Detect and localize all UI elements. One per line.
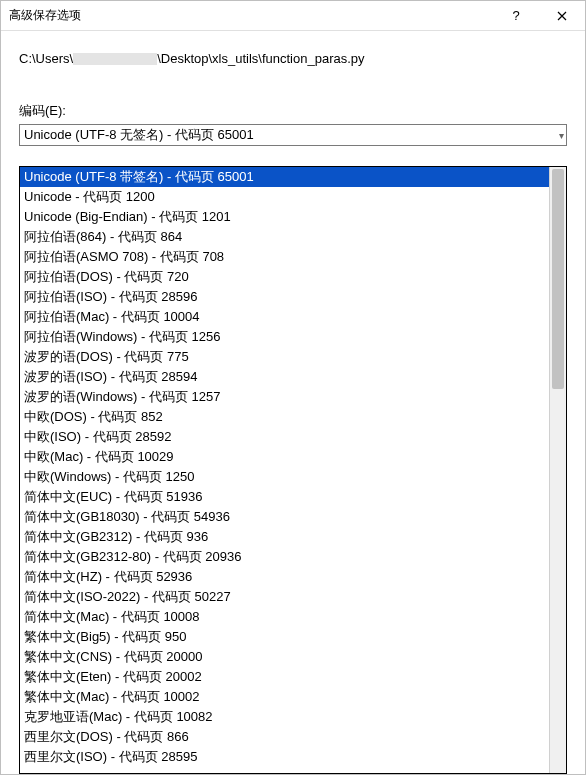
advanced-save-options-dialog: 高级保存选项 ? C:\Users\\Desktop\xls_utils\fun… (0, 0, 586, 775)
scrollbar[interactable] (549, 167, 566, 773)
encoding-selected-value: Unicode (UTF-8 无签名) - 代码页 65001 (24, 126, 254, 144)
encoding-option[interactable]: 简体中文(GB2312-80) - 代码页 20936 (20, 547, 549, 567)
encoding-option[interactable]: 西里尔文(ISO) - 代码页 28595 (20, 747, 549, 767)
encoding-option[interactable]: 简体中文(EUC) - 代码页 51936 (20, 487, 549, 507)
encoding-option[interactable]: 繁体中文(Big5) - 代码页 950 (20, 627, 549, 647)
encoding-list[interactable]: Unicode (UTF-8 带签名) - 代码页 65001Unicode -… (20, 167, 549, 773)
encoding-option[interactable]: 中欧(Mac) - 代码页 10029 (20, 447, 549, 467)
encoding-option[interactable]: 阿拉伯语(Mac) - 代码页 10004 (20, 307, 549, 327)
encoding-option[interactable]: 中欧(DOS) - 代码页 852 (20, 407, 549, 427)
scrollbar-thumb[interactable] (552, 169, 564, 389)
window-title: 高级保存选项 (9, 7, 493, 24)
encoding-option[interactable]: 中欧(ISO) - 代码页 28592 (20, 427, 549, 447)
encoding-option[interactable]: 中欧(Windows) - 代码页 1250 (20, 467, 549, 487)
encoding-option[interactable]: 简体中文(HZ) - 代码页 52936 (20, 567, 549, 587)
encoding-option[interactable]: 简体中文(Mac) - 代码页 10008 (20, 607, 549, 627)
encoding-option[interactable]: 克罗地亚语(Mac) - 代码页 10082 (20, 707, 549, 727)
encoding-option[interactable]: 繁体中文(CNS) - 代码页 20000 (20, 647, 549, 667)
chevron-down-icon: ▾ (559, 130, 564, 141)
encoding-dropdown: Unicode (UTF-8 带签名) - 代码页 65001Unicode -… (19, 166, 567, 774)
file-path: C:\Users\\Desktop\xls_utils\function_par… (19, 51, 567, 66)
encoding-option[interactable]: 简体中文(GB18030) - 代码页 54936 (20, 507, 549, 527)
path-redacted (73, 53, 157, 65)
help-button[interactable]: ? (493, 1, 539, 31)
encoding-option[interactable]: Unicode (UTF-8 带签名) - 代码页 65001 (20, 167, 549, 187)
encoding-option[interactable]: 繁体中文(Eten) - 代码页 20002 (20, 667, 549, 687)
encoding-option[interactable]: 简体中文(GB2312) - 代码页 936 (20, 527, 549, 547)
encoding-label: 编码(E): (19, 102, 567, 120)
close-icon (557, 11, 567, 21)
dialog-body: C:\Users\\Desktop\xls_utils\function_par… (1, 31, 585, 146)
encoding-option[interactable]: 繁体中文(Mac) - 代码页 10002 (20, 687, 549, 707)
encoding-option[interactable]: 阿拉伯语(Windows) - 代码页 1256 (20, 327, 549, 347)
encoding-combobox[interactable]: Unicode (UTF-8 无签名) - 代码页 65001 ▾ (19, 124, 567, 146)
encoding-option[interactable]: Unicode (Big-Endian) - 代码页 1201 (20, 207, 549, 227)
path-prefix: C:\Users\ (19, 51, 73, 66)
encoding-option[interactable]: Unicode - 代码页 1200 (20, 187, 549, 207)
encoding-option[interactable]: 简体中文(ISO-2022) - 代码页 50227 (20, 587, 549, 607)
encoding-option[interactable]: 阿拉伯语(DOS) - 代码页 720 (20, 267, 549, 287)
encoding-option[interactable]: 西里尔文(DOS) - 代码页 866 (20, 727, 549, 747)
titlebar: 高级保存选项 ? (1, 1, 585, 31)
encoding-option[interactable]: 波罗的语(DOS) - 代码页 775 (20, 347, 549, 367)
encoding-option[interactable]: 阿拉伯语(ASMO 708) - 代码页 708 (20, 247, 549, 267)
encoding-option[interactable]: 阿拉伯语(ISO) - 代码页 28596 (20, 287, 549, 307)
encoding-option[interactable]: 波罗的语(Windows) - 代码页 1257 (20, 387, 549, 407)
close-button[interactable] (539, 1, 585, 31)
encoding-option[interactable]: 阿拉伯语(864) - 代码页 864 (20, 227, 549, 247)
encoding-option[interactable]: 波罗的语(ISO) - 代码页 28594 (20, 367, 549, 387)
path-suffix: \Desktop\xls_utils\function_paras.py (157, 51, 364, 66)
